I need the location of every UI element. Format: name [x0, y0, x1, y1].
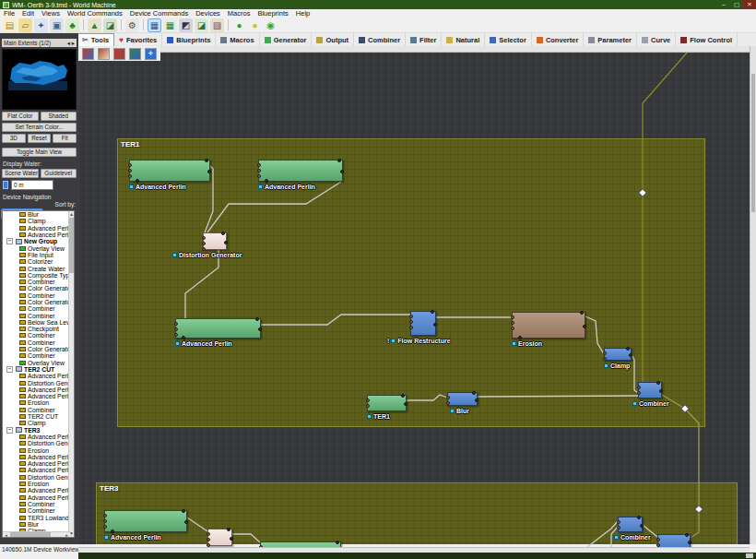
new-device-icon[interactable]: ▲	[88, 18, 101, 32]
input-port[interactable]	[257, 163, 261, 167]
node-device[interactable]	[260, 541, 341, 547]
tree-item-distortion-generator[interactable]: Distortion Generator	[3, 440, 74, 446]
node-device[interactable]	[207, 529, 232, 546]
build-world-button[interactable]: ◉	[264, 18, 278, 32]
set-terrain-color-button[interactable]: Set Terrain Color...	[2, 123, 77, 132]
input-port[interactable]	[103, 514, 107, 517]
preview-indicator-icon[interactable]	[632, 401, 637, 406]
bypass-port[interactable]	[182, 509, 185, 513]
tree-scroll-right-icon[interactable]: ▸	[64, 532, 70, 537]
bypass-port[interactable]	[656, 381, 660, 385]
tree-item-combiner[interactable]: Combiner	[3, 305, 74, 312]
input-port[interactable]	[409, 315, 413, 318]
water-level-slider[interactable]	[3, 181, 8, 189]
tab-filter[interactable]: Filter	[406, 33, 442, 46]
input-port[interactable]	[174, 322, 178, 326]
menu-device-commands[interactable]: Device Commands	[126, 9, 192, 18]
wire-10[interactable]	[407, 395, 447, 400]
output-port[interactable]	[207, 170, 211, 173]
menu-blueprints[interactable]: Blueprints	[254, 9, 291, 18]
node-advanced-perlin[interactable]	[129, 160, 210, 182]
menu-devices[interactable]: Devices	[192, 9, 224, 18]
tree-item-advanced-perlin[interactable]: Advanced Perlin	[3, 494, 74, 500]
tree-item-combiner[interactable]: Combiner	[3, 339, 74, 346]
tree-scroll-thumb[interactable]	[69, 218, 74, 273]
reset-button[interactable]: Reset	[28, 134, 52, 143]
scene-water-button[interactable]: Scene Water:	[2, 169, 39, 178]
tab-selector[interactable]: Selector	[485, 33, 532, 46]
output-port[interactable]	[659, 389, 663, 393]
node-erosion[interactable]	[512, 312, 585, 339]
wire-1[interactable]	[643, 53, 687, 382]
preview-indicator-icon[interactable]	[604, 363, 608, 368]
tree-expander-icon[interactable]: −	[6, 427, 13, 434]
tree-item-combiner[interactable]: Combiner	[3, 501, 74, 507]
tree-hscroll-thumb[interactable]	[10, 532, 51, 537]
preview-indicator-icon[interactable]	[450, 409, 455, 413]
tab-combiner[interactable]: Combiner	[354, 33, 406, 46]
input-port[interactable]	[637, 386, 641, 389]
tree-item-erosion[interactable]: Erosion	[3, 399, 74, 406]
tab-favorites[interactable]: ♥Favorites	[114, 33, 162, 46]
tree-item-advanced-perlin[interactable]: Advanced Perlin	[3, 487, 74, 494]
corner-port[interactable]	[136, 179, 139, 183]
tree-item-create-water[interactable]: Create Water	[3, 265, 74, 271]
wire-junction-diamond-3[interactable]	[695, 505, 703, 513]
output-port[interactable]	[629, 353, 632, 357]
tree-expander-icon[interactable]: −	[6, 238, 13, 244]
tree-item-ter3[interactable]: −TER3	[3, 427, 74, 434]
tree-item-composite-type[interactable]: Composite Type	[3, 272, 74, 279]
tree-item-advanced-perlin[interactable]: Advanced Perlin	[3, 454, 74, 460]
tree-item-advanced-perlin[interactable]: Advanced Perlin	[3, 232, 74, 238]
tree-item-checkpoint[interactable]: Checkpoint	[3, 326, 74, 332]
open-icon[interactable]: ▱	[18, 18, 32, 32]
input-port[interactable]	[617, 520, 620, 524]
3d-button[interactable]: 3D	[2, 134, 26, 143]
input-port[interactable]	[366, 404, 370, 408]
input-port[interactable]	[656, 538, 660, 541]
node-combiner[interactable]	[638, 382, 662, 398]
tree-item-ter2-cut[interactable]: TER2 CUT	[3, 413, 74, 420]
tree-item-combiner[interactable]: Combiner	[3, 407, 74, 413]
input-port[interactable]	[103, 525, 107, 529]
terrain-preview[interactable]	[2, 49, 77, 110]
input-port[interactable]	[174, 327, 178, 331]
tree-item-combiner[interactable]: Combiner	[3, 292, 74, 299]
tree-item-distortion-generator[interactable]: Distortion Generator	[3, 379, 74, 386]
wire-5[interactable]	[185, 249, 219, 318]
wire-2[interactable]	[662, 395, 699, 538]
wire-junction-diamond-1[interactable]	[639, 189, 646, 196]
maximize-button[interactable]: ▢	[730, 0, 743, 9]
input-port[interactable]	[103, 519, 107, 523]
node-blur[interactable]	[447, 392, 478, 406]
bypass-port[interactable]	[336, 541, 339, 544]
minimize-button[interactable]: –	[717, 0, 730, 9]
input-port[interactable]	[603, 351, 607, 355]
guidelevel-button[interactable]: Guidelevel	[41, 169, 77, 178]
preview-indicator-icon[interactable]	[104, 535, 109, 540]
layout-view-icon[interactable]: ▦	[163, 18, 177, 32]
bypass-port[interactable]	[580, 311, 584, 315]
menu-file[interactable]: File	[0, 9, 18, 18]
input-port[interactable]	[446, 401, 450, 405]
tree-item-combiner[interactable]: Combiner	[3, 507, 74, 514]
corner-port[interactable]	[265, 179, 268, 183]
input-port[interactable]	[511, 315, 514, 319]
preview-indicator-icon[interactable]	[391, 339, 396, 343]
flat-color-button[interactable]: Flat Color	[2, 112, 39, 121]
tree-item-advanced-perlin[interactable]: Advanced Perlin	[3, 393, 74, 399]
palette-combiner-icon[interactable]	[129, 48, 141, 60]
output-port[interactable]	[475, 398, 478, 402]
build-current-button[interactable]: ●	[248, 18, 262, 32]
input-port[interactable]	[603, 357, 607, 361]
tab-output[interactable]: Output	[312, 33, 354, 46]
input-port[interactable]	[511, 321, 514, 325]
input-port[interactable]	[207, 532, 210, 536]
wire-8[interactable]	[585, 316, 604, 354]
canvas-scroll-thumb[interactable]	[751, 74, 755, 212]
input-port[interactable]	[128, 174, 132, 178]
output-port[interactable]	[230, 537, 233, 541]
build-button[interactable]: ●	[232, 18, 246, 32]
tree-item-advanced-perlin[interactable]: Advanced Perlin	[3, 225, 74, 232]
tree-item-below-sea-level[interactable]: Below Sea Level	[3, 319, 74, 326]
